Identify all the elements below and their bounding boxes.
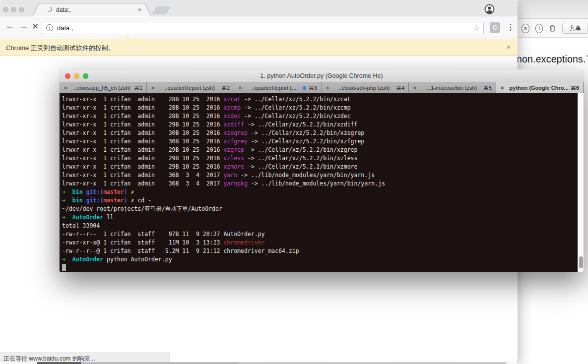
terminal-tab-label: ..quarterReport (zsh) [158, 85, 221, 91]
terminal-text-segment [128, 197, 131, 204]
terminal-line: lrwxr-xr-x 1 crifan admin 30B 10 25 2016… [62, 137, 576, 146]
terminal-text-segment: -> ../Cellar/xz/5.2.2/bin/xzdiff [244, 121, 357, 128]
stop-button[interactable]: ✕ [32, 22, 39, 31]
window-zoom-button[interactable] [19, 7, 24, 12]
terminal-text-segment [83, 197, 86, 204]
terminal-text-segment: lrwxr-xr-x 1 crifan admin 36B 3 4 2017 [62, 172, 223, 179]
background-window-titlebar [518, 0, 588, 19]
background-text-red-fragment: Tr [586, 54, 588, 64]
terminal-text-segment: ✗ [131, 188, 134, 195]
terminal-text-segment [83, 188, 86, 195]
terminal-tab[interactable]: ✕..cloud-sdk-php (zsh)⌘4 [322, 82, 409, 93]
terminal-tab[interactable]: ✕..cowsapp_h5_en (zsh)⌘1 [60, 82, 147, 93]
terminal-text-segment: -> ../Cellar/xz/5.2.2/bin/xzfgrep [248, 138, 364, 145]
terminal-line: lrwxr-xr-x 1 crifan admin 29B 10 25 2016… [62, 163, 576, 171]
terminal-tab-label: ..quarterReport (... [245, 85, 302, 91]
tab-title: data:, [56, 6, 71, 13]
forward-button[interactable]: → [19, 21, 28, 31]
terminal-text-segment: xzless [223, 155, 244, 162]
terminal-line: -rw-r--r-- 1 crifan staff 97B 11 9 20:27… [62, 230, 576, 239]
terminal-tab[interactable]: ✕...1-macosx/bin (zsh)⌘5 [409, 82, 496, 93]
terminal-line: lrwxr-xr-x 1 crifan admin 36B 3 4 2017 y… [62, 171, 576, 180]
activity-dot-icon [303, 86, 306, 90]
terminal-text-segment [128, 188, 131, 195]
terminal-tab-shortcut: ⌘4 [396, 85, 404, 91]
terminal-text-segment: lrwxr-xr-x 1 crifan admin 29B 10 25 2016 [62, 121, 223, 128]
terminal-text-segment: xzdiff [223, 121, 244, 128]
terminal-text-segment: lrwxr-xr-x 1 crifan admin 28B 10 25 2016 [62, 104, 223, 111]
terminal-body[interactable]: lrwxr-xr-x 1 crifan admin 28B 10 25 2016… [60, 93, 584, 272]
tab-close-icon[interactable]: × [137, 6, 141, 13]
terminal-tab-close-icon[interactable]: ✕ [413, 85, 417, 91]
terminal-window-title: 1. python AutoOrder.py (Google Chrome He… [60, 72, 584, 79]
terminal-text-segment: ➜ [62, 214, 65, 221]
background-page-text: non.exceptions.Tr [517, 54, 588, 65]
terminal-text-segment: -> ../lib/node_modules/yarn/bin/yarn.js [237, 172, 375, 179]
terminal-tab-label: ..cowsapp_h5_en (zsh) [70, 85, 133, 91]
terminal-line: ➜ bin git:(master) ✗ [62, 188, 576, 196]
share-button[interactable]: 共享 [562, 23, 588, 34]
terminal-line: ➜ AutoOrder ll [62, 213, 576, 222]
terminal-line: ~/dev/dev_root/projects/亚马逊/自动下单/AutoOrd… [62, 205, 576, 213]
terminal-tab-shortcut: ⌘5 [483, 85, 492, 91]
profile-avatar-icon[interactable] [484, 4, 495, 14]
terminal-tab-close-icon[interactable]: ✕ [326, 85, 329, 91]
terminal-line: lrwxr-xr-x 1 crifan admin 28B 10 25 2016… [62, 95, 576, 104]
terminal-text-segment: yarn [223, 172, 237, 179]
infobar-close-icon[interactable]: × [507, 43, 511, 51]
terminal-scrollbar[interactable] [578, 93, 584, 272]
terminal-text-segment: python AutoOrder.py [103, 256, 172, 263]
terminal-text-segment [65, 197, 72, 204]
terminal-tab-label: python (Google Chro... [507, 85, 570, 91]
url-text[interactable]: data:, [57, 24, 73, 32]
terminal-tab-close-icon[interactable]: ✕ [500, 85, 504, 91]
terminal-titlebar[interactable]: 1. python AutoOrder.py (Google Chrome He… [60, 69, 584, 82]
terminal-text-segment: total 33904 [62, 222, 100, 229]
browser-tab[interactable]: data:, × [32, 3, 151, 16]
terminal-text-segment: -> ../Cellar/xz/5.2.2/bin/xzdec [241, 113, 351, 120]
chrome-tabstrip: data:, × [0, 0, 518, 16]
terminal-line: lrwxr-xr-x 1 crifan admin 29B 10 25 2016… [62, 154, 576, 163]
terminal-text-segment: -> ../Cellar/xz/5.2.2/bin/xzcat [241, 96, 351, 103]
extension-icon[interactable]: C [490, 22, 500, 33]
terminal-tab-close-icon[interactable]: ✕ [151, 85, 155, 91]
terminal-text-segment: chromedriver [223, 239, 264, 246]
terminal-text-segment: xzfgrep [223, 138, 247, 145]
window-minimize-button[interactable] [11, 7, 16, 12]
terminal-tab[interactable]: ✕..quarterReport (...⌘3 [234, 82, 322, 93]
terminal-text-segment: -rw-r--r-- 1 crifan staff 97B 11 9 20:27… [62, 231, 265, 238]
terminal-text-segment: ) [124, 197, 128, 204]
terminal-text-segment: xzegrep [223, 129, 247, 136]
terminal-text-segment: xzmore [223, 163, 244, 170]
terminal-tab[interactable]: ✕..quarterReport (zsh)⌘2 [147, 82, 234, 93]
terminal-scrollbar-thumb[interactable] [579, 256, 583, 268]
terminal-text-segment: lrwxr-xr-x 1 crifan admin 29B 10 25 2016 [62, 155, 223, 162]
terminal-tab-close-icon[interactable]: ✕ [238, 85, 242, 91]
terminal-tab-shortcut: ⌘3 [309, 85, 317, 91]
back-button[interactable]: ← [5, 21, 14, 31]
page-info-icon[interactable]: i [46, 24, 53, 31]
new-tab-button[interactable] [152, 6, 171, 14]
terminal-text-segment: lrwxr-xr-x 1 crifan admin 30B 10 25 2016 [62, 138, 223, 145]
terminal-tab[interactable]: ✕python (Google Chro...⌘6 [496, 82, 584, 93]
menu-dots-icon[interactable]: ⋮ [507, 22, 515, 32]
terminal-window: 1. python AutoOrder.py (Google Chrome He… [60, 69, 584, 272]
terminal-text-segment: lrwxr-xr-x 1 crifan admin 28B 10 25 2016 [62, 113, 223, 120]
terminal-tab-shortcut: ⌘2 [221, 85, 230, 91]
chrome-toolbar: ← → ✕ i data:, ☆ C ⋮ [0, 17, 518, 38]
terminal-line: lrwxr-xr-x 1 crifan admin 36B 3 4 2017 y… [62, 180, 576, 188]
terminal-text-segment: -> ../Cellar/xz/5.2.2/bin/xzmore [244, 163, 357, 170]
terminal-text-segment: -> ../Cellar/xz/5.2.2/bin/xzcmp [241, 104, 351, 111]
terminal-text-segment [65, 256, 72, 263]
trash-icon[interactable] [549, 23, 556, 33]
bookmark-star-icon[interactable]: ☆ [473, 23, 480, 32]
window-close-button[interactable] [3, 7, 8, 12]
terminal-tab-shortcut: ⌘6 [571, 85, 579, 91]
terminal-tab-close-icon[interactable]: ✕ [64, 85, 67, 91]
info-circle-icon[interactable]: i [535, 24, 543, 33]
terminal-text-segment: -> ../Cellar/xz/5.2.2/bin/xzgrep [244, 146, 357, 153]
terminal-text-segment: bin [72, 188, 83, 195]
address-bar[interactable]: i data:, ☆ [42, 22, 484, 34]
annotation-a-icon[interactable]: a [522, 24, 529, 33]
terminal-text-segment: -> ../lib/node_modules/yarn/bin/yarn.js [248, 180, 385, 187]
